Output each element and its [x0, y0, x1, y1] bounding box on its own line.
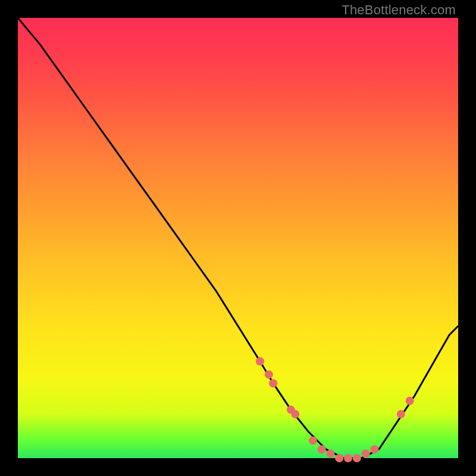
marker-dot: [318, 445, 326, 453]
marker-dot: [353, 454, 361, 462]
marker-dot: [344, 454, 352, 462]
watermark-text: TheBottleneck.com: [342, 2, 456, 18]
marker-dot: [326, 450, 334, 458]
marker-dot: [362, 450, 370, 458]
marker-dots-group: [256, 357, 414, 462]
marker-dot: [265, 370, 273, 378]
marker-dot: [397, 410, 405, 418]
marker-dot: [335, 454, 343, 462]
marker-dot: [291, 410, 299, 418]
marker-dot: [256, 357, 264, 365]
marker-dot: [269, 379, 277, 387]
marker-dot: [370, 445, 378, 453]
bottleneck-curve-path: [18, 18, 458, 458]
marker-dot: [406, 397, 414, 405]
chart-frame: [18, 18, 458, 458]
marker-dot: [309, 436, 317, 444]
bottleneck-curve-svg: [18, 18, 458, 458]
